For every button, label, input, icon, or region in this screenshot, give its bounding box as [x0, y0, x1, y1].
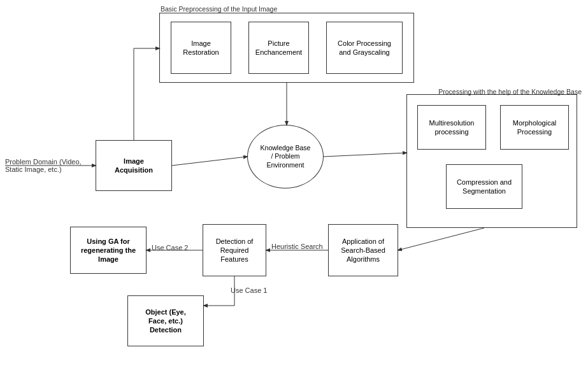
compression-box: Compression and Segmentation [446, 164, 522, 209]
object-detection-box: Object (Eye, Face, etc.) Detection [127, 295, 204, 346]
image-acquisition-label: Image Acquisition [115, 157, 153, 175]
picture-enchancement-label: Picture Enchancement [255, 39, 302, 57]
basic-preprocessing-label: Basic Preprocessing of the Input Image [161, 5, 277, 13]
problem-domain-label: Problem Domain (Video, Static Image, etc… [5, 158, 82, 173]
use-case-1-label: Use Case 1 [231, 287, 267, 294]
using-ga-label: Using GA for regenerating the Image [81, 237, 136, 264]
svg-line-4 [324, 153, 406, 157]
use-case-2-label: Use Case 2 [152, 244, 188, 251]
using-ga-box: Using GA for regenerating the Image [70, 227, 147, 274]
object-detection-label: Object (Eye, Face, etc.) Detection [145, 308, 186, 335]
detection-features-box: Detection of Required Features [203, 224, 266, 276]
multiresolution-label: Multiresolution processing [429, 118, 475, 137]
image-restoration-label: Image Restoration [183, 39, 219, 57]
application-search-box: Application of Search-Based Algorithms [328, 224, 398, 276]
heuristic-search-label: Heuristic Search [271, 243, 323, 250]
color-processing-label: Color Processing and Grayscaling [338, 39, 391, 57]
knowledge-base-circle: Knowledge Base / Problem Environment [247, 125, 324, 188]
svg-line-5 [398, 228, 484, 250]
multiresolution-box: Multiresolution processing [417, 105, 486, 150]
detection-features-label: Detection of Required Features [216, 237, 254, 264]
svg-line-2 [172, 157, 247, 166]
image-acquisition-box: Image Acquisition [96, 140, 172, 191]
picture-enchancement-box: Picture Enchancement [248, 22, 309, 74]
application-search-label: Application of Search-Based Algorithms [341, 237, 385, 264]
morphological-box: Morphological Processing [500, 105, 569, 150]
color-processing-box: Color Processing and Grayscaling [326, 22, 403, 74]
compression-label: Compression and Segmentation [457, 178, 512, 196]
image-restoration-box: Image Restoration [171, 22, 231, 74]
knowledge-base-label: Knowledge Base / Problem Environment [261, 144, 311, 170]
processing-knowledge-label: Processing with the help of the Knowledg… [411, 88, 582, 96]
morphological-label: Morphological Processing [513, 118, 556, 137]
